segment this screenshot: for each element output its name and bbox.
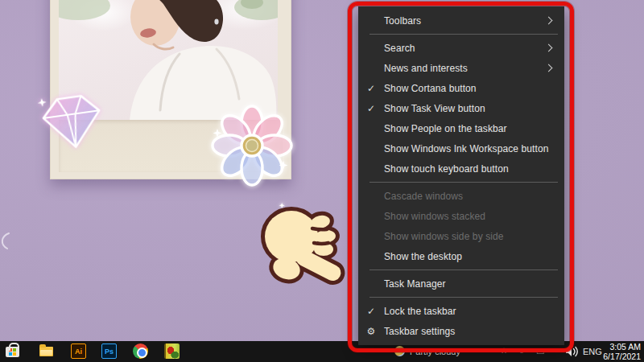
- menu-item-label: Show windows side by side: [384, 231, 564, 242]
- checkmark-icon: ✓: [358, 83, 384, 94]
- menu-item-label: Show Windows Ink Workspace button: [384, 143, 564, 154]
- menu-item-show-windows-side-by-side: Show windows side by side: [358, 226, 564, 246]
- flower-sticker: [211, 103, 293, 190]
- menu-item-task-manager[interactable]: Task Manager: [358, 274, 564, 294]
- gear-icon: ⚙: [358, 326, 384, 337]
- tray-status-icon[interactable]: ▫: [520, 347, 523, 356]
- menu-item-show-touch-keyboard-button[interactable]: Show touch keyboard button: [358, 158, 564, 179]
- volume-icon[interactable]: [565, 346, 578, 357]
- menu-item-show-windows-stacked: Show windows stacked: [358, 206, 564, 226]
- menu-item-show-people-on-the-taskbar[interactable]: Show People on the taskbar: [358, 118, 564, 138]
- weather-icon[interactable]: [394, 346, 405, 356]
- menu-item-label: Lock the taskbar: [384, 306, 564, 317]
- network-icon[interactable]: ▭: [536, 347, 544, 357]
- menu-item-news-and-interests[interactable]: News and interests: [358, 58, 564, 78]
- menu-item-label: Show touch keyboard button: [384, 163, 564, 175]
- taskbar-clock[interactable]: 3:05 AM 6/17/2021: [603, 342, 641, 361]
- language-indicator[interactable]: ENG: [583, 347, 602, 356]
- menu-item-show-the-desktop[interactable]: Show the desktop: [358, 246, 564, 266]
- chrome-icon[interactable]: [133, 343, 148, 359]
- menu-item-label: Toolbars: [384, 15, 546, 27]
- menu-item-taskbar-settings[interactable]: ⚙Taskbar settings: [358, 321, 564, 341]
- microsoft-store-icon[interactable]: [5, 343, 20, 359]
- menu-item-show-cortana-button[interactable]: ✓Show Cortana button: [358, 78, 564, 98]
- menu-item-label: News and interests: [384, 63, 546, 74]
- photoshop-label: Ps: [105, 348, 114, 356]
- submenu-arrow-icon: [545, 64, 553, 72]
- menu-item-label: Search: [384, 43, 546, 54]
- submenu-arrow-icon: [545, 44, 553, 52]
- file-explorer-icon[interactable]: [39, 343, 54, 359]
- menu-separator: [369, 34, 558, 35]
- adobe-photoshop-icon[interactable]: Ps: [101, 343, 117, 359]
- menu-separator: [369, 297, 558, 298]
- taskbar-context-menu: ToolbarsSearchNews and interests✓Show Co…: [358, 6, 564, 345]
- illustrator-label: Ai: [75, 348, 82, 356]
- menu-item-lock-the-taskbar[interactable]: ✓Lock the taskbar: [358, 301, 564, 321]
- checkmark-icon: ✓: [358, 103, 384, 114]
- adobe-illustrator-icon[interactable]: Ai: [71, 343, 86, 359]
- submenu-arrow-icon: [545, 17, 553, 25]
- hand-pointer-graphic: [254, 203, 353, 290]
- menu-item-label: Cascade windows: [384, 191, 564, 202]
- menu-item-label: Show Cortana button: [384, 83, 564, 94]
- menu-item-toolbars[interactable]: Toolbars: [358, 10, 564, 31]
- menu-item-label: Show windows stacked: [384, 211, 564, 222]
- menu-item-label: Show Task View button: [384, 103, 564, 114]
- game-app-icon[interactable]: [164, 343, 180, 359]
- clock-time: 3:05 AM: [603, 342, 641, 352]
- menu-item-label: Show People on the taskbar: [384, 123, 564, 134]
- menu-separator: [369, 269, 558, 270]
- menu-item-show-task-view-button[interactable]: ✓Show Task View button: [358, 98, 564, 118]
- desktop: ✦ ✦: [0, 0, 644, 362]
- menu-separator: [369, 182, 558, 183]
- menu-item-cascade-windows: Cascade windows: [358, 186, 564, 206]
- weather-status-text[interactable]: Partly cloudy: [410, 347, 460, 356]
- checkmark-icon: ✓: [358, 306, 384, 317]
- menu-item-search[interactable]: Search: [358, 38, 564, 58]
- menu-item-label: Show the desktop: [384, 251, 564, 262]
- hidden-icons-chevron[interactable]: ∧: [501, 345, 507, 356]
- diamond-sticker: [33, 86, 112, 158]
- menu-item-label: Taskbar settings: [384, 326, 564, 337]
- clock-date: 6/17/2021: [603, 352, 641, 361]
- cursive-text-fragment: [0, 232, 11, 251]
- menu-item-label: Task Manager: [384, 278, 564, 290]
- menu-item-show-windows-ink-workspace-button[interactable]: Show Windows Ink Workspace button: [358, 138, 564, 158]
